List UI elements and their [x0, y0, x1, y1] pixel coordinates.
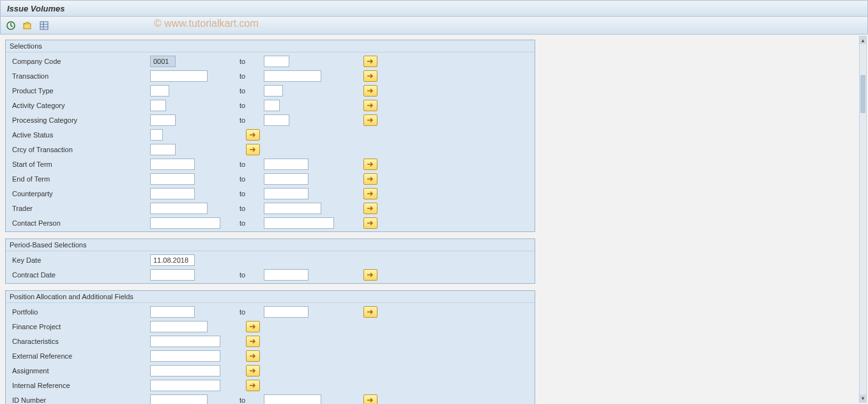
scroll-thumb[interactable] — [860, 75, 865, 113]
from-input[interactable] — [150, 114, 176, 126]
from-input[interactable] — [150, 100, 166, 111]
multiple-selection-button[interactable] — [363, 70, 377, 82]
from-input[interactable] — [150, 321, 208, 332]
multiple-selection-button[interactable] — [363, 114, 377, 126]
field-label: Transaction — [10, 72, 150, 80]
vertical-scrollbar[interactable]: ▲ ▼ — [859, 36, 867, 403]
form-row: Characteristics — [6, 334, 535, 348]
to-input[interactable] — [264, 114, 289, 126]
selections-panel: SelectionsCompany CodetoTransactiontoPro… — [5, 40, 535, 232]
from-input[interactable] — [150, 217, 220, 229]
multiple-selection-button[interactable] — [246, 365, 260, 377]
field-label: End of Term — [10, 175, 150, 183]
multiple-selection-button[interactable] — [363, 85, 377, 97]
form-row: External Reference — [6, 348, 535, 363]
panel-body: Company CodetoTransactiontoProduct Typet… — [6, 52, 535, 231]
scroll-down-arrow[interactable]: ▼ — [860, 394, 866, 402]
to-input[interactable] — [264, 306, 308, 318]
field-label: Activity Category — [10, 102, 150, 109]
form-row: Portfolioto — [6, 304, 535, 319]
to-input[interactable] — [264, 159, 308, 170]
field-label: Crcy of Transaction — [10, 146, 150, 153]
from-input[interactable] — [150, 254, 195, 266]
from-input[interactable] — [150, 70, 208, 82]
from-input[interactable] — [150, 159, 195, 170]
multiple-selection-button[interactable] — [363, 394, 377, 405]
field-label: Internal Reference — [10, 382, 150, 389]
get-variant-button[interactable] — [21, 19, 34, 32]
toolbar: © www.tutorialkart.com — [0, 17, 868, 35]
from-input[interactable] — [150, 188, 195, 199]
multiple-selection-button[interactable] — [363, 173, 377, 185]
multiple-selection-button[interactable] — [246, 144, 260, 155]
to-input[interactable] — [264, 188, 308, 199]
arrow-right-icon — [367, 102, 374, 109]
form-row: ID Numberto — [6, 392, 535, 404]
multiple-selection-button[interactable] — [363, 100, 377, 111]
to-input[interactable] — [264, 70, 321, 82]
to-input[interactable] — [264, 217, 334, 229]
watermark-text: © www.tutorialkart.com — [154, 18, 259, 29]
field-label: Key Date — [10, 256, 150, 264]
from-input[interactable] — [150, 350, 220, 362]
arrow-right-icon — [249, 368, 257, 374]
from-input[interactable] — [150, 144, 176, 155]
title-bar: Issue Volumes — [0, 0, 868, 17]
data-table-button[interactable] — [38, 19, 50, 32]
from-input[interactable] — [150, 306, 195, 318]
field-label: Active Status — [10, 131, 150, 139]
form-row: Activity Categoryto — [6, 98, 535, 113]
from-input[interactable] — [150, 336, 220, 347]
data-table-icon — [39, 20, 49, 31]
multiple-selection-button[interactable] — [246, 321, 260, 332]
from-input[interactable] — [150, 269, 195, 281]
from-input[interactable] — [150, 56, 176, 67]
to-label: to — [240, 58, 264, 65]
to-label: to — [240, 271, 264, 279]
to-input[interactable] — [264, 394, 321, 405]
execute-button[interactable] — [4, 19, 17, 32]
from-input[interactable] — [150, 394, 208, 405]
panel-title: Period-Based Selections — [6, 239, 535, 251]
multiple-selection-button[interactable] — [246, 336, 260, 347]
arrow-right-icon — [367, 309, 374, 315]
multiple-selection-button[interactable] — [363, 217, 377, 229]
multiple-selection-button[interactable] — [363, 203, 377, 214]
multiple-selection-button[interactable] — [246, 350, 260, 362]
to-input[interactable] — [264, 269, 308, 281]
to-input[interactable] — [264, 56, 289, 67]
field-label: Portfolio — [10, 308, 150, 316]
from-input[interactable] — [150, 203, 208, 214]
multiple-selection-button[interactable] — [363, 306, 377, 318]
multiple-selection-button[interactable] — [363, 159, 377, 170]
to-input[interactable] — [264, 85, 283, 97]
to-input[interactable] — [264, 173, 308, 185]
form-row: Contract Dateto — [6, 267, 535, 282]
to-input[interactable] — [264, 100, 280, 111]
multiple-selection-button[interactable] — [246, 129, 260, 141]
arrow-right-icon — [249, 323, 257, 330]
multiple-selection-button[interactable] — [246, 380, 260, 391]
folder-variant-icon — [22, 20, 33, 31]
from-input[interactable] — [150, 380, 220, 391]
position-panel: Position Allocation and Additional Field… — [5, 290, 535, 404]
field-label: Company Code — [10, 58, 150, 65]
field-label: ID Number — [10, 396, 150, 404]
from-input[interactable] — [150, 129, 163, 141]
clock-check-icon — [6, 20, 16, 31]
form-row: Counterpartyto — [6, 186, 535, 201]
from-input[interactable] — [150, 85, 169, 97]
multiple-selection-button[interactable] — [363, 188, 377, 199]
form-row: Transactionto — [6, 68, 535, 83]
arrow-right-icon — [367, 117, 374, 123]
panel-body: PortfoliotoFinance ProjectCharacteristic… — [6, 303, 535, 404]
to-input[interactable] — [264, 203, 321, 214]
scroll-up-arrow[interactable]: ▲ — [860, 36, 866, 44]
field-label: Contract Date — [10, 271, 150, 279]
arrow-right-icon — [367, 220, 374, 226]
from-input[interactable] — [150, 365, 220, 377]
from-input[interactable] — [150, 173, 195, 185]
multiple-selection-button[interactable] — [363, 56, 377, 67]
multiple-selection-button[interactable] — [363, 269, 377, 281]
to-label: to — [240, 190, 264, 198]
